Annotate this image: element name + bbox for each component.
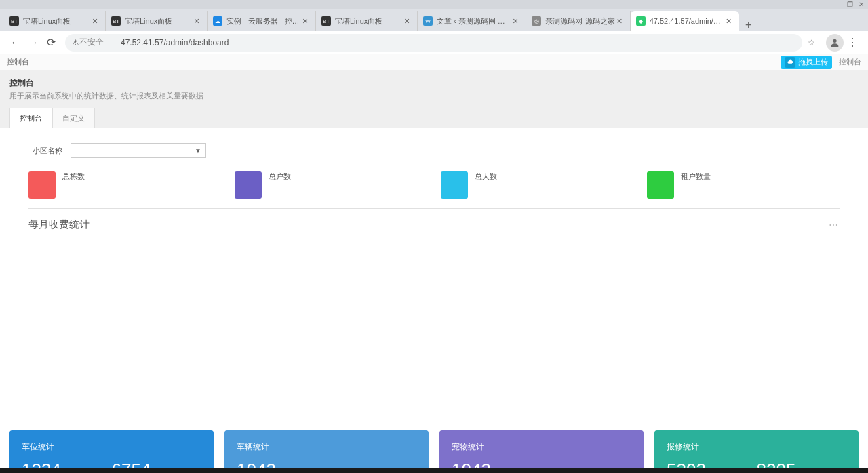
close-icon[interactable]: × xyxy=(192,16,201,26)
app-top-bar: 控制台 拖拽上传 控制台 xyxy=(0,54,868,70)
close-window-icon[interactable]: ✕ xyxy=(859,1,864,9)
reload-button[interactable]: ⟳ xyxy=(42,34,60,52)
close-icon[interactable]: × xyxy=(724,16,734,26)
tab-title: 宝塔Linux面板 xyxy=(125,16,192,26)
card-title: 宠物统计 xyxy=(452,441,631,453)
address-bar[interactable]: ⚠ 不安全 47.52.41.57/admin/dashboard xyxy=(65,34,802,52)
close-icon[interactable]: × xyxy=(90,16,100,26)
page-title: 控制台 xyxy=(9,77,859,89)
tab-title: 文章 ‹ 亲测源码网 — WordPre… xyxy=(437,16,511,26)
stat-color-box xyxy=(441,171,468,199)
card-title: 车位统计 xyxy=(22,441,201,453)
warning-icon: ⚠ xyxy=(72,38,79,47)
forward-button[interactable]: → xyxy=(24,34,42,52)
chart-area xyxy=(19,241,849,410)
tab-title: 实例 - 云服务器 - 控制台 xyxy=(226,16,300,26)
close-icon[interactable]: × xyxy=(300,16,310,26)
close-icon[interactable]: × xyxy=(402,16,412,26)
stat-item: 总人数 xyxy=(441,171,633,199)
browser-tab[interactable]: BT宝塔Linux面板× xyxy=(4,11,106,31)
stat-item: 总栋数 xyxy=(28,171,221,199)
stat-card: 车辆统计1043当前车辆数量 xyxy=(224,430,429,473)
chevron-down-icon: ▼ xyxy=(195,147,201,155)
stat-label: 总栋数 xyxy=(62,171,85,199)
back-button[interactable]: ← xyxy=(7,34,24,52)
filter-label: 小区名称 xyxy=(33,146,62,156)
card-title: 报修统计 xyxy=(667,441,846,453)
browser-tab[interactable]: ◎亲测源码网-源码之家× xyxy=(526,11,631,31)
page-subtitle: 用于展示当前系统中的统计数据、统计报表及相关量要数据 xyxy=(9,91,859,101)
chart-title: 每月收费统计 xyxy=(28,218,90,231)
stat-row: 总栋数总户数总人数租户数量 xyxy=(28,171,840,199)
browser-tab[interactable]: ☁实例 - 云服务器 - 控制台× xyxy=(208,11,316,31)
security-label: 不安全 xyxy=(79,37,104,48)
tab-favicon: BT xyxy=(321,16,331,26)
tab-title: 宝塔Linux面板 xyxy=(23,16,90,26)
stat-color-box xyxy=(235,171,262,199)
stat-label: 总人数 xyxy=(475,171,497,199)
stat-card: 宠物统计1043当前宠物数量 xyxy=(439,430,644,473)
url-text: 47.52.41.57/admin/dashboard xyxy=(121,38,229,47)
tab-favicon: ◆ xyxy=(636,16,646,26)
url-bar: ← → ⟳ ⚠ 不安全 47.52.41.57/admin/dashboard … xyxy=(0,31,868,54)
page-tabs: 控制台自定义 xyxy=(9,108,859,128)
browser-tab[interactable]: BT宝塔Linux面板× xyxy=(316,11,418,31)
browser-tab-bar: BT宝塔Linux面板×BT宝塔Linux面板×☁实例 - 云服务器 - 控制台… xyxy=(0,9,868,31)
stat-color-box xyxy=(647,171,674,199)
stat-card: 报修统计5302待受理8205已受理 xyxy=(654,430,859,473)
page-tab[interactable]: 控制台 xyxy=(9,108,52,128)
tab-title: 宝塔Linux面板 xyxy=(335,16,402,26)
stat-color-box xyxy=(28,171,56,199)
stat-label: 租户数量 xyxy=(681,171,711,199)
stat-label: 总户数 xyxy=(269,171,291,199)
filter-row: 小区名称 ▼ xyxy=(33,143,835,158)
maximize-icon[interactable]: ❐ xyxy=(847,1,853,9)
tab-favicon: BT xyxy=(9,16,19,26)
browser-tab[interactable]: ◆47.52.41.57/admin/dashboard× xyxy=(631,11,739,31)
tab-favicon: BT xyxy=(111,16,121,26)
close-icon[interactable]: × xyxy=(511,16,520,26)
taskbar xyxy=(0,468,868,473)
stat-item: 租户数量 xyxy=(647,171,840,199)
tab-favicon: ☁ xyxy=(213,16,222,26)
stat-item: 总户数 xyxy=(235,171,427,199)
community-dropdown[interactable]: ▼ xyxy=(71,143,206,158)
top-right-label: 控制台 xyxy=(839,57,861,67)
browser-tab[interactable]: W文章 ‹ 亲测源码网 — WordPre…× xyxy=(418,11,526,31)
breadcrumb: 控制台 xyxy=(7,57,29,67)
cloud-icon xyxy=(785,57,795,68)
stat-cards: 车位统计1234车位数量6754车位使用率车辆统计1043当前车辆数量宠物统计1… xyxy=(0,425,868,473)
chart-menu-icon[interactable]: ⋯ xyxy=(829,220,840,230)
star-icon[interactable]: ☆ xyxy=(808,38,815,47)
menu-icon[interactable]: ⋮ xyxy=(844,34,861,52)
tab-title: 47.52.41.57/admin/dashboard xyxy=(650,17,724,25)
tab-favicon: ◎ xyxy=(532,16,541,26)
minimize-icon[interactable]: — xyxy=(835,1,842,9)
card-title: 车辆统计 xyxy=(237,441,416,453)
page-header: 控制台 用于展示当前系统中的统计数据、统计报表及相关量要数据 控制台自定义 xyxy=(0,70,868,128)
stat-card: 车位统计1234车位数量6754车位使用率 xyxy=(9,430,214,473)
upload-badge[interactable]: 拖拽上传 xyxy=(781,56,832,69)
new-tab-button[interactable]: + xyxy=(739,19,758,31)
window-controls: — ❐ ✕ xyxy=(0,0,868,9)
page-tab[interactable]: 自定义 xyxy=(52,108,95,128)
browser-tab[interactable]: BT宝塔Linux面板× xyxy=(106,11,208,31)
close-icon[interactable]: × xyxy=(615,16,625,26)
tab-favicon: W xyxy=(423,16,433,26)
tab-title: 亲测源码网-源码之家 xyxy=(545,16,615,26)
profile-button[interactable] xyxy=(826,34,844,52)
svg-point-0 xyxy=(833,39,836,42)
